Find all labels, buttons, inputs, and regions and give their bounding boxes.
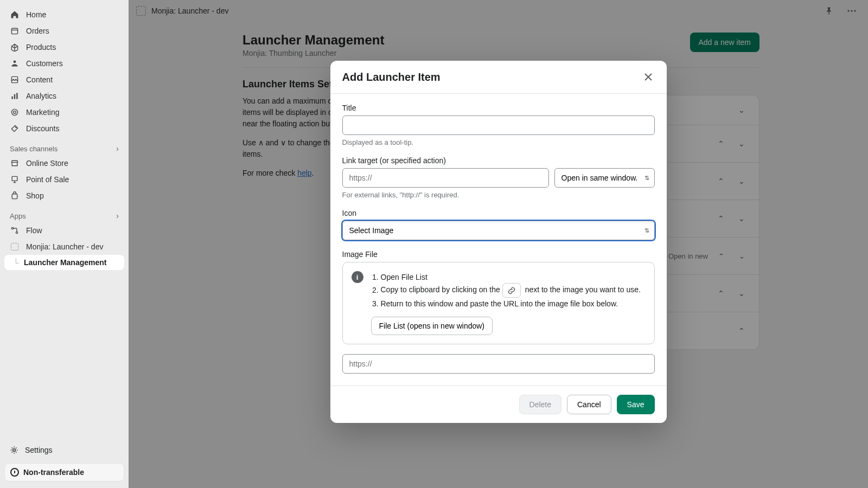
close-button[interactable] bbox=[642, 70, 655, 84]
main: Monjia: Launcher - dev Launcher Manageme… bbox=[129, 0, 868, 488]
chevron-right-icon: › bbox=[116, 144, 119, 153]
link-hint: For external links, "http://" is require… bbox=[342, 191, 655, 199]
icon-label: Icon bbox=[342, 209, 655, 217]
customers-icon bbox=[10, 59, 20, 68]
nav-online-store[interactable]: Online Store bbox=[4, 155, 124, 171]
content-icon bbox=[10, 75, 20, 85]
nav-flow[interactable]: Flow bbox=[4, 222, 124, 239]
chevron-right-icon: › bbox=[116, 211, 119, 220]
link-input[interactable] bbox=[342, 168, 549, 188]
nav-orders[interactable]: Orders bbox=[4, 23, 124, 39]
info-icon: i bbox=[352, 271, 363, 283]
window-select[interactable]: Open in same window. bbox=[554, 168, 655, 188]
svg-rect-10 bbox=[12, 194, 17, 199]
nav-shop[interactable]: Shop bbox=[4, 188, 124, 204]
delete-button[interactable]: Delete bbox=[519, 395, 561, 414]
svg-point-8 bbox=[16, 127, 17, 128]
icon-select[interactable]: Select Image bbox=[342, 221, 655, 240]
nav-pos[interactable]: Point of Sale bbox=[4, 171, 124, 188]
nav-products[interactable]: Products bbox=[4, 39, 124, 55]
app-icon bbox=[10, 242, 20, 252]
section-sales-channels[interactable]: Sales channels› bbox=[4, 137, 124, 155]
link-icon bbox=[502, 283, 521, 298]
orders-icon bbox=[10, 26, 20, 36]
nav-marketing[interactable]: Marketing bbox=[4, 104, 124, 120]
nav-content[interactable]: Content bbox=[4, 72, 124, 88]
svg-point-13 bbox=[13, 449, 16, 452]
cancel-button[interactable]: Cancel bbox=[567, 395, 611, 414]
modal-title: Add Launcher Item bbox=[342, 71, 441, 84]
discounts-icon bbox=[10, 124, 20, 133]
nav-settings[interactable]: Settings bbox=[4, 442, 124, 458]
nav-discounts[interactable]: Discounts bbox=[4, 120, 124, 137]
flow-icon bbox=[10, 226, 20, 235]
title-label: Title bbox=[342, 104, 655, 112]
add-launcher-item-modal: Add Launcher Item Title Displayed as a t… bbox=[330, 61, 667, 423]
gear-icon bbox=[10, 446, 18, 454]
analytics-icon bbox=[10, 91, 20, 101]
svg-point-11 bbox=[11, 227, 13, 229]
svg-rect-5 bbox=[16, 93, 17, 99]
save-button[interactable]: Save bbox=[617, 395, 655, 414]
image-url-input[interactable] bbox=[342, 354, 655, 374]
svg-point-12 bbox=[16, 232, 17, 233]
tree-branch-icon: └ bbox=[13, 258, 19, 267]
products-icon bbox=[10, 42, 20, 52]
nontransferable-badge[interactable]: Non-transferable bbox=[4, 463, 124, 481]
image-instructions: i Open File List Copy to clipboard by cl… bbox=[342, 262, 655, 344]
nav-home[interactable]: Home bbox=[4, 7, 124, 23]
nav-customers[interactable]: Customers bbox=[4, 55, 124, 72]
marketing-icon bbox=[10, 107, 20, 117]
shop-icon bbox=[10, 191, 20, 201]
title-input[interactable] bbox=[342, 115, 655, 135]
store-icon bbox=[10, 158, 20, 168]
svg-rect-9 bbox=[12, 176, 17, 181]
nav-launcher-management[interactable]: └Launcher Management bbox=[4, 255, 124, 270]
info-icon bbox=[10, 468, 19, 477]
svg-rect-4 bbox=[14, 94, 15, 99]
sidebar: Home Orders Products Customers Content A… bbox=[0, 0, 129, 488]
section-apps[interactable]: Apps› bbox=[4, 204, 124, 222]
svg-point-6 bbox=[11, 109, 17, 115]
svg-rect-3 bbox=[11, 97, 12, 99]
imagefile-label: Image File bbox=[342, 250, 655, 259]
pos-icon bbox=[10, 175, 20, 184]
home-icon bbox=[10, 10, 20, 20]
title-hint: Displayed as a tool-tip. bbox=[342, 138, 655, 146]
svg-rect-0 bbox=[11, 28, 17, 34]
modal-overlay[interactable]: Add Launcher Item Title Displayed as a t… bbox=[129, 0, 868, 488]
svg-point-1 bbox=[14, 60, 16, 63]
nav-analytics[interactable]: Analytics bbox=[4, 88, 124, 104]
link-label: Link target (or specified action) bbox=[342, 156, 655, 165]
file-list-button[interactable]: File List (opens in new window) bbox=[371, 317, 493, 335]
nav-monjia-launcher[interactable]: Monjia: Launcher - dev bbox=[4, 239, 124, 255]
svg-point-7 bbox=[14, 111, 16, 114]
